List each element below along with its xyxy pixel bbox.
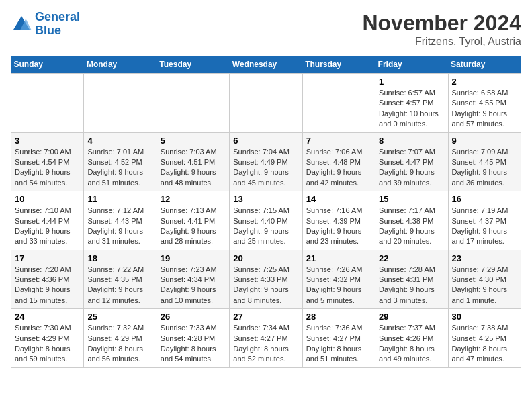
day-number: 18 [87, 253, 152, 263]
calendar-cell: 17Sunrise: 7:20 AM Sunset: 4:36 PM Dayli… [11, 250, 84, 309]
title-block: November 2024 Fritzens, Tyrol, Austria [362, 11, 521, 48]
day-number: 4 [87, 136, 152, 146]
day-info: Sunrise: 6:57 AM Sunset: 4:57 PM Dayligh… [379, 88, 444, 130]
calendar-cell: 20Sunrise: 7:25 AM Sunset: 4:33 PM Dayli… [230, 250, 302, 309]
calendar-cell [11, 74, 84, 133]
calendar-week-row: 1Sunrise: 6:57 AM Sunset: 4:57 PM Daylig… [11, 74, 521, 133]
day-number: 16 [452, 194, 517, 204]
calendar-header-row: SundayMondayTuesdayWednesdayThursdayFrid… [11, 56, 521, 74]
day-info: Sunrise: 7:26 AM Sunset: 4:32 PM Dayligh… [306, 265, 371, 306]
calendar-cell: 14Sunrise: 7:16 AM Sunset: 4:39 PM Dayli… [302, 191, 375, 250]
month-title: November 2024 [362, 11, 521, 36]
day-number: 21 [306, 253, 371, 263]
calendar-cell: 7Sunrise: 7:06 AM Sunset: 4:48 PM Daylig… [302, 132, 375, 191]
day-info: Sunrise: 7:23 AM Sunset: 4:34 PM Dayligh… [161, 265, 226, 306]
calendar-week-row: 17Sunrise: 7:20 AM Sunset: 4:36 PM Dayli… [11, 250, 521, 309]
day-number: 3 [15, 136, 80, 146]
calendar-cell: 9Sunrise: 7:09 AM Sunset: 4:45 PM Daylig… [448, 132, 521, 191]
day-number: 10 [15, 194, 80, 204]
calendar-cell: 22Sunrise: 7:28 AM Sunset: 4:31 PM Dayli… [375, 250, 448, 309]
day-number: 26 [161, 312, 226, 322]
calendar-cell: 21Sunrise: 7:26 AM Sunset: 4:32 PM Dayli… [302, 250, 375, 309]
col-header-monday: Monday [84, 56, 157, 74]
day-info: Sunrise: 7:28 AM Sunset: 4:31 PM Dayligh… [379, 265, 444, 306]
day-info: Sunrise: 7:07 AM Sunset: 4:47 PM Dayligh… [379, 147, 444, 189]
day-number: 1 [379, 77, 444, 87]
day-info: Sunrise: 7:01 AM Sunset: 4:52 PM Dayligh… [87, 147, 152, 189]
calendar-cell: 12Sunrise: 7:13 AM Sunset: 4:41 PM Dayli… [157, 191, 229, 250]
col-header-saturday: Saturday [448, 56, 521, 74]
day-number: 14 [306, 194, 371, 204]
col-header-thursday: Thursday [302, 56, 375, 74]
col-header-friday: Friday [375, 56, 448, 74]
day-info: Sunrise: 7:09 AM Sunset: 4:45 PM Dayligh… [452, 147, 517, 189]
day-info: Sunrise: 7:29 AM Sunset: 4:30 PM Dayligh… [452, 265, 517, 306]
day-number: 22 [379, 253, 444, 263]
day-info: Sunrise: 7:19 AM Sunset: 4:37 PM Dayligh… [452, 205, 517, 247]
calendar-cell: 27Sunrise: 7:34 AM Sunset: 4:27 PM Dayli… [230, 309, 302, 368]
day-number: 12 [161, 194, 226, 204]
calendar-cell: 2Sunrise: 6:58 AM Sunset: 4:55 PM Daylig… [448, 74, 521, 133]
calendar-week-row: 10Sunrise: 7:10 AM Sunset: 4:44 PM Dayli… [11, 191, 521, 250]
calendar-cell: 23Sunrise: 7:29 AM Sunset: 4:30 PM Dayli… [448, 250, 521, 309]
day-number: 24 [15, 312, 80, 322]
day-number: 11 [87, 194, 152, 204]
calendar-cell: 25Sunrise: 7:32 AM Sunset: 4:29 PM Dayli… [84, 309, 157, 368]
day-info: Sunrise: 7:00 AM Sunset: 4:54 PM Dayligh… [15, 147, 80, 189]
day-number: 25 [87, 312, 152, 322]
day-number: 30 [452, 312, 517, 322]
day-number: 27 [233, 312, 298, 322]
day-number: 17 [15, 253, 80, 263]
calendar-week-row: 3Sunrise: 7:00 AM Sunset: 4:54 PM Daylig… [11, 132, 521, 191]
calendar-cell: 8Sunrise: 7:07 AM Sunset: 4:47 PM Daylig… [375, 132, 448, 191]
calendar-table: SundayMondayTuesdayWednesdayThursdayFrid… [11, 56, 521, 368]
day-info: Sunrise: 7:22 AM Sunset: 4:35 PM Dayligh… [87, 265, 152, 306]
day-info: Sunrise: 7:25 AM Sunset: 4:33 PM Dayligh… [233, 265, 298, 306]
day-info: Sunrise: 7:32 AM Sunset: 4:29 PM Dayligh… [87, 323, 152, 365]
calendar-cell [230, 74, 302, 133]
col-header-sunday: Sunday [11, 56, 84, 74]
logo: General Blue [11, 11, 80, 38]
day-number: 28 [306, 312, 371, 322]
day-number: 19 [161, 253, 226, 263]
calendar-cell: 3Sunrise: 7:00 AM Sunset: 4:54 PM Daylig… [11, 132, 84, 191]
day-info: Sunrise: 7:33 AM Sunset: 4:28 PM Dayligh… [161, 323, 226, 365]
day-number: 29 [379, 312, 444, 322]
day-info: Sunrise: 7:17 AM Sunset: 4:38 PM Dayligh… [379, 205, 444, 247]
calendar-cell: 28Sunrise: 7:36 AM Sunset: 4:27 PM Dayli… [302, 309, 375, 368]
day-info: Sunrise: 7:34 AM Sunset: 4:27 PM Dayligh… [233, 323, 298, 365]
day-info: Sunrise: 7:15 AM Sunset: 4:40 PM Dayligh… [233, 205, 298, 247]
calendar-cell: 18Sunrise: 7:22 AM Sunset: 4:35 PM Dayli… [84, 250, 157, 309]
calendar-cell: 6Sunrise: 7:04 AM Sunset: 4:49 PM Daylig… [230, 132, 302, 191]
col-header-wednesday: Wednesday [230, 56, 302, 74]
day-info: Sunrise: 7:38 AM Sunset: 4:25 PM Dayligh… [452, 323, 517, 365]
logo-text: General Blue [35, 11, 80, 38]
calendar-cell: 11Sunrise: 7:12 AM Sunset: 4:43 PM Dayli… [84, 191, 157, 250]
day-info: Sunrise: 7:13 AM Sunset: 4:41 PM Dayligh… [161, 205, 226, 247]
calendar-cell [157, 74, 229, 133]
day-number: 15 [379, 194, 444, 204]
calendar-cell [84, 74, 157, 133]
day-number: 5 [161, 136, 226, 146]
calendar-cell: 29Sunrise: 7:37 AM Sunset: 4:26 PM Dayli… [375, 309, 448, 368]
day-info: Sunrise: 7:12 AM Sunset: 4:43 PM Dayligh… [87, 205, 152, 247]
day-info: Sunrise: 7:36 AM Sunset: 4:27 PM Dayligh… [306, 323, 371, 365]
day-info: Sunrise: 6:58 AM Sunset: 4:55 PM Dayligh… [452, 88, 517, 130]
day-info: Sunrise: 7:20 AM Sunset: 4:36 PM Dayligh… [15, 265, 80, 306]
calendar-cell: 16Sunrise: 7:19 AM Sunset: 4:37 PM Dayli… [448, 191, 521, 250]
calendar-cell: 26Sunrise: 7:33 AM Sunset: 4:28 PM Dayli… [157, 309, 229, 368]
col-header-tuesday: Tuesday [157, 56, 229, 74]
calendar-week-row: 24Sunrise: 7:30 AM Sunset: 4:29 PM Dayli… [11, 309, 521, 368]
day-info: Sunrise: 7:04 AM Sunset: 4:49 PM Dayligh… [233, 147, 298, 189]
calendar-cell [302, 74, 375, 133]
day-info: Sunrise: 7:37 AM Sunset: 4:26 PM Dayligh… [379, 323, 444, 365]
day-info: Sunrise: 7:06 AM Sunset: 4:48 PM Dayligh… [306, 147, 371, 189]
calendar-cell: 10Sunrise: 7:10 AM Sunset: 4:44 PM Dayli… [11, 191, 84, 250]
day-number: 20 [233, 253, 298, 263]
calendar-cell: 13Sunrise: 7:15 AM Sunset: 4:40 PM Dayli… [230, 191, 302, 250]
page-header: General Blue November 2024 Fritzens, Tyr… [11, 11, 521, 48]
calendar-cell: 19Sunrise: 7:23 AM Sunset: 4:34 PM Dayli… [157, 250, 229, 309]
day-number: 8 [379, 136, 444, 146]
calendar-cell: 1Sunrise: 6:57 AM Sunset: 4:57 PM Daylig… [375, 74, 448, 133]
logo-icon [11, 13, 32, 35]
